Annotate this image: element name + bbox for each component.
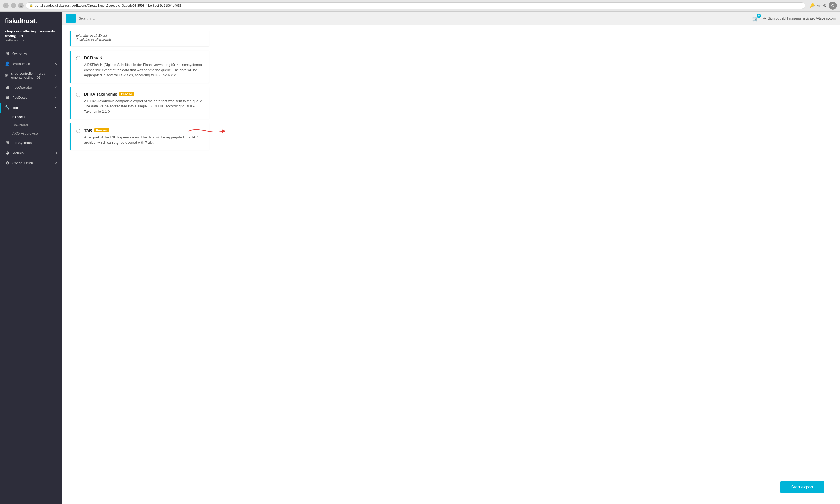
dfka-title: DFKA Taxonomie Preview	[84, 92, 204, 96]
sidebar-item-overview[interactable]: ⊞ Overview	[0, 49, 62, 59]
ako-label: AKO-Filebrowser	[12, 131, 39, 136]
dfka-badge: Preview	[119, 92, 134, 96]
dfka-body: DFKA Taxonomie Preview A DFKA-Taxonomie …	[84, 92, 204, 114]
sidebar-subitem-download[interactable]: Download	[0, 121, 62, 129]
sidebar-item-possystems[interactable]: ⊞ PosSystems	[0, 138, 62, 148]
header-right: 🛒 0 ➔ Sign out ebhhnsramumzvjcaso@tsyefn…	[752, 15, 836, 22]
chevron-left-icon: <	[55, 106, 57, 109]
sidebar-item-label: PosOperator	[12, 85, 32, 89]
tar-desc: An export of the TSE log messages. The d…	[84, 134, 204, 145]
account-info: shop controller improvements testing - 0…	[0, 28, 62, 46]
reload-button[interactable]: ↻	[18, 3, 23, 8]
star-icon[interactable]: ☆	[817, 3, 821, 8]
sidebar-item-metrics[interactable]: ◕ Metrics <	[0, 148, 62, 158]
tools-icon: 🔧	[5, 105, 10, 110]
sidebar-item-label: Overview	[12, 52, 27, 56]
top-header: ☰ 🛒 0 ➔ Sign out ebhhnsramumzvjcaso@tsye…	[62, 12, 840, 25]
chevron-right-icon: <	[55, 96, 57, 99]
tar-title: TAR Preview	[84, 128, 204, 132]
address-bar[interactable]: 🔒 portal-sandbox.fiskaltrust.de/Exports/…	[26, 2, 805, 9]
main-area: ☰ 🛒 0 ➔ Sign out ebhhnsramumzvjcaso@tsye…	[62, 12, 840, 504]
sidebar-item-user[interactable]: 👤 testfn testln <	[0, 59, 62, 69]
sidebar-item-posoperator[interactable]: ⊞ PosOperator <	[0, 82, 62, 92]
avatar[interactable]: G	[829, 2, 837, 10]
partial-card-top: with Microsoft Excel. Available in all m…	[70, 31, 209, 46]
back-button[interactable]: ←	[3, 3, 8, 8]
account-sub[interactable]: testfn testln ▾	[5, 38, 57, 42]
dropdown-icon: ▾	[22, 38, 24, 42]
tar-body: TAR Preview An export of the TSE log mes…	[84, 128, 204, 145]
export-card-dfka: DFKA Taxonomie Preview A DFKA-Taxonomie …	[70, 87, 209, 119]
lock-icon: 🔒	[29, 4, 33, 7]
browser-icons: 🔑 ☆ ⚙ G	[809, 2, 837, 10]
start-export-button[interactable]: Start export	[780, 481, 824, 493]
sidebar-subitem-exports[interactable]: Exports	[0, 113, 62, 121]
browser-chrome: ← → ↻ 🔒 portal-sandbox.fiskaltrust.de/Ex…	[0, 0, 840, 12]
dsfinvk-radio[interactable]	[76, 56, 80, 60]
menu-toggle-button[interactable]: ☰	[66, 14, 75, 23]
active-bar	[0, 103, 1, 113]
sidebar-item-label: shop controller improv ements testing - …	[11, 71, 52, 79]
cart-button[interactable]: 🛒 0	[752, 15, 759, 22]
sidebar: fiskaltrust. shop controller improvement…	[0, 12, 62, 504]
chevron-right-icon: <	[55, 86, 57, 89]
sidebar-item-label: PosDealer	[12, 95, 29, 100]
tar-radio[interactable]	[76, 129, 80, 133]
download-label: Download	[12, 123, 28, 127]
chevron-right-icon: <	[55, 74, 57, 77]
signout-label: Sign out ebhhnsramumzvjcaso@tsyefn.com	[768, 16, 836, 20]
signout-arrow-icon: ➔	[763, 16, 766, 20]
svg-marker-0	[222, 129, 226, 133]
sidebar-item-shop[interactable]: ⊞ shop controller improv ements testing …	[0, 69, 62, 82]
cart-badge: 0	[757, 14, 761, 18]
exports-label: Exports	[12, 115, 25, 119]
sidebar-nav: ⊞ Overview 👤 testfn testln < ⊞ shop cont…	[0, 46, 62, 504]
dsfinvk-title: DSFinV-K	[84, 55, 204, 60]
dsfinvk-body: DSFinV-K A DSFinV-K (Digitale Schnittste…	[84, 55, 204, 78]
metrics-icon: ◕	[5, 150, 10, 155]
extensions-icon[interactable]: ⚙	[823, 3, 827, 8]
config-icon: ⚙	[5, 161, 10, 165]
export-card-tar: TAR Preview An export of the TSE log mes…	[70, 123, 209, 150]
forward-button[interactable]: →	[11, 3, 16, 8]
user-icon: 👤	[5, 61, 10, 66]
content-area: with Microsoft Excel. Available in all m…	[62, 25, 840, 504]
sidebar-item-label: testfn testln	[12, 62, 30, 66]
account-name: shop controller improvements testing - 0…	[5, 29, 57, 38]
dsfinvk-desc: A DSFinV-K (Digitale Schnittstelle der F…	[84, 62, 204, 78]
sidebar-item-configuration[interactable]: ⚙ Configuration <	[0, 158, 62, 168]
sidebar-item-label: Metrics	[12, 151, 23, 155]
chevron-right-icon: <	[55, 151, 57, 155]
export-card-dsfinvk: DSFinV-K A DSFinV-K (Digitale Schnittste…	[70, 51, 209, 83]
sidebar-item-label: Configuration	[12, 161, 33, 165]
shop-icon: ⊞	[5, 73, 8, 78]
sidebar-item-tools[interactable]: 🔧 Tools <	[0, 103, 62, 113]
dfka-radio[interactable]	[76, 93, 80, 97]
sidebar-item-label: Tools	[12, 106, 20, 110]
chevron-right-icon: <	[55, 62, 57, 65]
key-icon[interactable]: 🔑	[809, 3, 815, 8]
tar-badge: Preview	[94, 128, 109, 132]
chevron-right-icon: <	[55, 161, 57, 165]
arrow-annotation	[189, 126, 232, 137]
logo: fiskaltrust.	[0, 12, 62, 28]
posoperator-icon: ⊞	[5, 85, 10, 90]
sidebar-subitem-ako[interactable]: AKO-Filebrowser	[0, 129, 62, 138]
partial-card-text1: with Microsoft Excel.	[76, 31, 204, 37]
overview-icon: ⊞	[5, 51, 10, 56]
url-text: portal-sandbox.fiskaltrust.de/Exports/Cr…	[35, 4, 182, 7]
sidebar-item-label: PosSystems	[12, 141, 32, 145]
partial-card-text2: Available in all markets	[76, 37, 204, 41]
sidebar-item-posdealer[interactable]: ⊞ PosDealer <	[0, 92, 62, 103]
possystems-icon: ⊞	[5, 140, 10, 145]
search-input[interactable]	[79, 16, 749, 21]
posdealer-icon: ⊞	[5, 95, 10, 100]
dfka-desc: A DFKA-Taxonomie compatible export of th…	[84, 98, 204, 114]
signout-button[interactable]: ➔ Sign out ebhhnsramumzvjcaso@tsyefn.com	[763, 16, 836, 20]
